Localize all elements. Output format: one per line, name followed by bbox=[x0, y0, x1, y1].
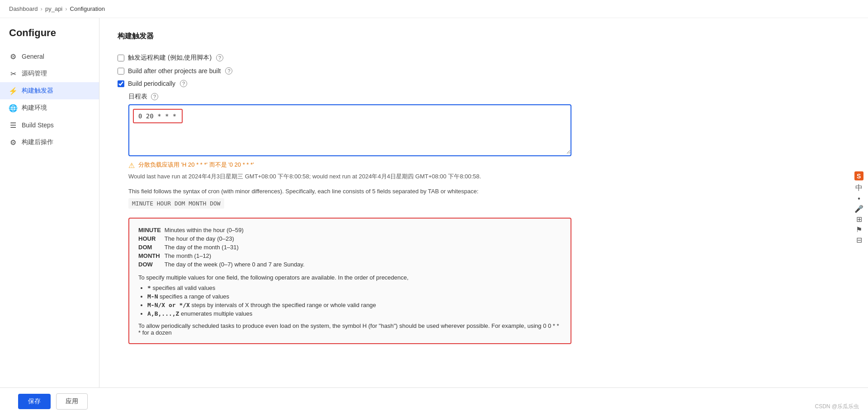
tool-table-icon[interactable]: ⊞ bbox=[856, 214, 862, 223]
build-periodically-checkbox[interactable] bbox=[118, 80, 124, 87]
list-item: M-N/X or */X steps by intervals of X thr… bbox=[147, 302, 561, 308]
build-after-label: Build after other projects are built bbox=[128, 67, 221, 75]
sidebar-label-general: General bbox=[22, 53, 44, 60]
section-title: 构建触发器 bbox=[118, 32, 850, 45]
csdn-badge: S 中 • 🎤 ⊞ ⚑ ⊟ bbox=[854, 171, 863, 244]
content-area: 构建触发器 触发远程构建 (例如,使用脚本) ? Build after oth… bbox=[99, 18, 868, 387]
sidebar-item-steps[interactable]: ☰ Build Steps bbox=[0, 117, 99, 134]
syntax-intro: This field follows the syntax of cron (w… bbox=[128, 188, 571, 195]
breadcrumb-sep-1: › bbox=[41, 5, 42, 12]
field-desc: The day of the month (1–31) bbox=[165, 243, 308, 252]
post-icon: ⚙ bbox=[9, 138, 17, 146]
tool-zh-icon[interactable]: 中 bbox=[855, 183, 863, 192]
tool-mic-icon[interactable]: 🎤 bbox=[854, 204, 863, 213]
sidebar-item-env[interactable]: 🌐 构建环境 bbox=[0, 99, 99, 117]
breadcrumb-dashboard[interactable]: Dashboard bbox=[9, 5, 38, 12]
sidebar-title: Configure bbox=[0, 27, 99, 48]
tool-grid-icon[interactable]: ⊟ bbox=[856, 235, 862, 244]
list-item: * specifies all valid values bbox=[147, 284, 561, 291]
schedule-help-icon[interactable]: ? bbox=[151, 93, 158, 100]
remote-build-checkbox[interactable] bbox=[118, 55, 124, 61]
cron-input-line bbox=[129, 105, 571, 127]
steps-icon: ☰ bbox=[9, 121, 17, 129]
schedule-label-text: 日程表 bbox=[128, 93, 147, 101]
env-icon: 🌐 bbox=[9, 104, 17, 112]
list-item: A,B,...,Z enumerates multiple values bbox=[147, 310, 561, 317]
breadcrumb-configuration: Configuration bbox=[70, 5, 105, 12]
field-desc: The day of the week (0–7) where 0 and 7 … bbox=[165, 260, 308, 269]
field-line: MINUTE HOUR DOM MONTH DOW bbox=[128, 198, 224, 209]
operators-intro: To specify multiple values for one field… bbox=[138, 274, 561, 281]
hash-note: To allow periodically scheduled tasks to… bbox=[138, 322, 561, 336]
sidebar-label-post: 构建后操作 bbox=[22, 138, 53, 146]
footer-bar: 保存 应用 bbox=[0, 387, 868, 415]
remote-build-help-icon[interactable]: ? bbox=[216, 54, 223, 61]
fields-table: MINUTEMinutes within the hour (0–59)HOUR… bbox=[138, 226, 308, 269]
table-row: MINUTEMinutes within the hour (0–59) bbox=[138, 226, 308, 234]
sidebar-item-general[interactable]: ⚙ General bbox=[0, 48, 99, 65]
gear-icon: ⚙ bbox=[9, 52, 17, 61]
breadcrumb-pyapi[interactable]: py_api bbox=[45, 5, 62, 12]
csdn-tools: 中 • 🎤 ⊞ ⚑ ⊟ bbox=[854, 183, 863, 244]
field-name: DOM bbox=[138, 243, 165, 252]
cron-textarea[interactable] bbox=[129, 127, 571, 154]
field-name: HOUR bbox=[138, 234, 165, 243]
schedule-label-row: 日程表 ? bbox=[128, 93, 850, 101]
operators-list: * specifies all valid valuesM-N specifie… bbox=[147, 284, 561, 317]
sidebar-label-steps: Build Steps bbox=[22, 121, 54, 129]
sidebar-label-env: 构建环境 bbox=[22, 104, 47, 112]
remote-build-label: 触发远程构建 (例如,使用脚本) bbox=[128, 54, 212, 62]
save-button[interactable]: 保存 bbox=[18, 394, 51, 409]
sidebar-item-source[interactable]: ✂ 源码管理 bbox=[0, 65, 99, 82]
table-row: MONTHThe month (1–12) bbox=[138, 252, 308, 260]
build-periodically-label: Build periodically bbox=[128, 80, 175, 87]
checkbox-row-2: Build after other projects are built ? bbox=[118, 67, 850, 75]
table-row: HOURThe hour of the day (0–23) bbox=[138, 234, 308, 243]
warning-text: 分散负载应该用 'H 20 * * *' 而不是 '0 20 * * *' bbox=[138, 161, 254, 169]
build-after-checkbox[interactable] bbox=[118, 68, 124, 75]
warning-triangle-icon: ⚠ bbox=[128, 161, 135, 170]
sidebar-item-post[interactable]: ⚙ 构建后操作 bbox=[0, 134, 99, 151]
field-name: DOW bbox=[138, 260, 165, 269]
watermark: CSDN @乐瓜乐虫 bbox=[815, 403, 859, 410]
breadcrumb: Dashboard › py_api › Configuration bbox=[0, 0, 868, 18]
checkbox-row-1: 触发远程构建 (例如,使用脚本) ? bbox=[118, 54, 850, 62]
checkbox-row-3: Build periodically ? bbox=[118, 80, 850, 87]
apply-button[interactable]: 应用 bbox=[56, 393, 88, 410]
field-desc: Minutes within the hour (0–59) bbox=[165, 226, 308, 234]
field-desc: The month (1–12) bbox=[165, 252, 308, 260]
field-desc: The hour of the day (0–23) bbox=[165, 234, 308, 243]
tool-dot-icon[interactable]: • bbox=[858, 194, 860, 202]
build-periodically-help-icon[interactable]: ? bbox=[180, 80, 187, 87]
schedule-section: 日程表 ? ⚠ 分散负载应该用 'H 20 * * *' 而不是 '0 20 *… bbox=[128, 93, 850, 344]
source-icon: ✂ bbox=[9, 70, 17, 78]
field-name: MONTH bbox=[138, 252, 165, 260]
csdn-s-icon: S bbox=[854, 171, 863, 180]
warning-box: ⚠ 分散负载应该用 'H 20 * * *' 而不是 '0 20 * * *' bbox=[128, 161, 571, 170]
trigger-icon: ⚡ bbox=[9, 87, 17, 95]
sidebar-label-source: 源码管理 bbox=[22, 70, 47, 78]
sidebar: Configure ⚙ General ✂ 源码管理 ⚡ 构建触发器 🌐 构建环… bbox=[0, 18, 99, 387]
sidebar-item-trigger[interactable]: ⚡ 构建触发器 bbox=[0, 82, 99, 99]
table-row: DOMThe day of the month (1–31) bbox=[138, 243, 308, 252]
breadcrumb-sep-2: › bbox=[65, 5, 67, 12]
tool-flag-icon[interactable]: ⚑ bbox=[856, 225, 862, 233]
table-row: DOWThe day of the week (0–7) where 0 and… bbox=[138, 260, 308, 269]
build-after-help-icon[interactable]: ? bbox=[225, 67, 232, 75]
reference-box: MINUTEMinutes within the hour (0–59)HOUR… bbox=[128, 218, 571, 344]
cron-input[interactable] bbox=[133, 109, 183, 123]
run-info: Would last have run at 2024年4月3日星期三 GMT+… bbox=[128, 173, 571, 181]
list-item: M-N specifies a range of values bbox=[147, 293, 561, 300]
sidebar-label-trigger: 构建触发器 bbox=[22, 87, 53, 95]
field-name: MINUTE bbox=[138, 226, 165, 234]
cron-textarea-wrapper bbox=[128, 104, 571, 156]
